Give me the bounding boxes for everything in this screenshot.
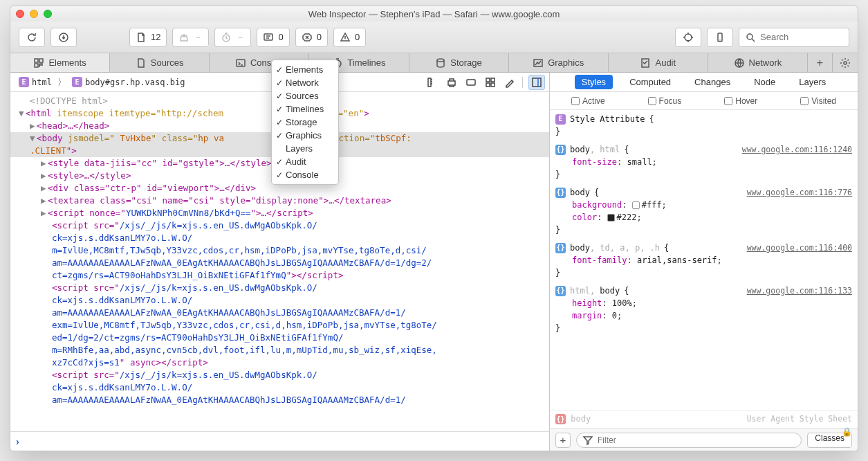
maximize-window-button[interactable] [44,10,52,18]
style-rules[interactable]: EStyle Attribute { } www.google.com:116:… [550,110,858,410]
sidebar-tab-styles[interactable]: Styles [575,75,613,89]
svg-rect-22 [533,78,541,87]
dom-node-script[interactable]: <script src="/xjs/_/js/k=xjs.s.en_US.dwM… [10,219,549,282]
search-input[interactable] [760,32,858,42]
tab-storage[interactable]: Storage [409,53,509,72]
style-rule[interactable]: www.google.com:116:133 {}html, body { he… [555,284,852,334]
dom-node-script[interactable]: ▶<script nonce="YUWKDkNPh0CmVNn8/bKd+Q==… [10,207,549,219]
show-details-sidebar-button[interactable] [528,75,545,90]
doc-count-button[interactable]: 12 [129,28,167,47]
style-rule[interactable]: www.google.com:116:1240 {}body, html { f… [555,143,852,181]
style-rule[interactable]: www.google.com:116:400 {}body, td, a, p,… [555,242,852,279]
styles-filter[interactable] [576,433,802,448]
compositing-button[interactable] [482,75,499,90]
minimize-window-button[interactable] [30,10,38,18]
tab-audit[interactable]: Audit [609,53,708,72]
styles-filter-input[interactable] [598,435,795,445]
reload-icon [26,32,37,43]
menu-item-audit[interactable]: ✓Audit [272,155,338,168]
svg-rect-19 [491,78,495,82]
breadcrumb-html[interactable]: E html [15,75,56,89]
weight-button[interactable]: － [172,28,209,47]
time-button[interactable]: － [214,28,251,47]
menu-item-sources[interactable]: ✓Sources [272,89,338,102]
element-badge: E [19,77,29,87]
pseudo-hover[interactable]: Hover [724,96,757,106]
svg-rect-21 [491,83,495,87]
warn-count-button[interactable]: 0 [333,28,366,47]
download-button[interactable] [50,28,77,47]
sources-icon [136,57,147,69]
menu-item-storage[interactable]: ✓Storage [272,116,338,129]
menu-item-network[interactable]: ✓Network [272,76,338,89]
element-badge: E [72,77,82,87]
tab-elements[interactable]: Elements [10,53,110,72]
device-icon [714,32,726,43]
styles-filter-row: + Classes [550,428,858,451]
sidebar-tab-changes[interactable]: Changes [687,75,737,89]
new-tab-button[interactable]: + [808,53,833,72]
console-icon [235,57,246,69]
svg-rect-17 [467,80,475,85]
menu-item-console[interactable]: ✓Console [272,168,338,181]
tab-sources[interactable]: Sources [110,53,210,72]
force-appearance-button[interactable] [463,75,479,90]
weight-icon [178,32,190,43]
lock-icon: 🔒 [842,427,852,437]
window-title: Web Inspector — Stephen's iPad — Safari … [10,9,858,19]
svg-rect-20 [486,83,490,87]
style-rule[interactable]: www.google.com:116:776 {}body { backgrou… [555,186,852,236]
main-tabbar: Elements Sources Console Timelines Stora… [10,53,858,73]
rule-source-link[interactable]: www.google.com:116:133 [747,284,852,297]
inspect-element-button[interactable] [675,28,701,47]
warn-count: 0 [355,32,360,42]
color-swatch[interactable] [607,214,615,222]
tab-network[interactable]: Network [708,53,808,72]
main-toolbar: 12 － － 0 0 0 [10,21,858,53]
style-rule[interactable]: EStyle Attribute { } [555,113,852,138]
new-rule-button[interactable]: + [555,433,571,448]
menu-item-graphics[interactable]: ✓Graphics [272,129,338,142]
log-count-button[interactable]: 0 [257,28,289,47]
menu-item-timelines[interactable]: ✓Timelines [272,102,338,116]
styles-sidebar: Styles Computed Changes Node Layers Acti… [550,73,858,451]
menu-item-elements[interactable]: ✓Elements [272,63,338,76]
pseudo-focus[interactable]: Focus [648,96,682,106]
dom-node-textarea[interactable]: ▶<textarea class="csi" name="csi" style=… [10,195,549,207]
reload-button[interactable] [19,28,45,47]
paint-flashing-button[interactable] [501,75,518,90]
document-icon [136,32,147,43]
warning-icon [340,32,351,43]
tab-visibility-menu[interactable]: ✓Elements ✓Network ✓Sources ✓Timelines ✓… [271,60,339,185]
svg-rect-7 [39,59,43,62]
pseudo-active[interactable]: Active [571,96,605,106]
sidebar-tab-node[interactable]: Node [747,75,782,89]
sidebar-tab-layers[interactable]: Layers [792,75,833,89]
chevron-right-icon: 〉 [57,76,66,89]
filter-icon [582,435,593,446]
rule-source-link[interactable]: www.google.com:116:1240 [742,143,852,156]
menu-item-layers[interactable]: Layers [272,142,338,155]
css-badge: {} [555,414,566,424]
content-area: E html 〉 E body#gsr.hp.vasq.big <!DOCTYP [10,73,858,451]
pseudo-visited[interactable]: Visited [800,96,836,106]
search-icon [745,32,756,43]
sidebar-tab-computed[interactable]: Computed [622,75,678,89]
rule-source-link[interactable]: www.google.com:116:776 [747,186,852,199]
dom-node-script[interactable]: <script src="/xjs/_/js/k=xjs.s.en_US.dwM… [10,282,549,369]
print-styles-button[interactable] [443,75,460,90]
toolbar-search[interactable] [739,28,849,47]
breadcrumb-body[interactable]: E body#gsr.hp.vasq.big [68,75,190,89]
close-window-button[interactable] [16,10,24,18]
color-swatch[interactable] [632,201,640,209]
rule-source-link[interactable]: www.google.com:116:400 [747,242,852,254]
console-drawer[interactable]: › [10,431,549,451]
tab-graphics[interactable]: Graphics [509,53,609,72]
error-icon [302,32,313,43]
device-button[interactable] [707,28,733,47]
layout-rulers-button[interactable] [424,75,441,90]
log-count: 0 [278,32,283,42]
dom-node-script[interactable]: <script src="/xjs/_/js/k=xjs.s.en_US.dwM… [10,369,549,406]
settings-button[interactable] [833,53,858,72]
error-count-button[interactable]: 0 [295,28,328,47]
